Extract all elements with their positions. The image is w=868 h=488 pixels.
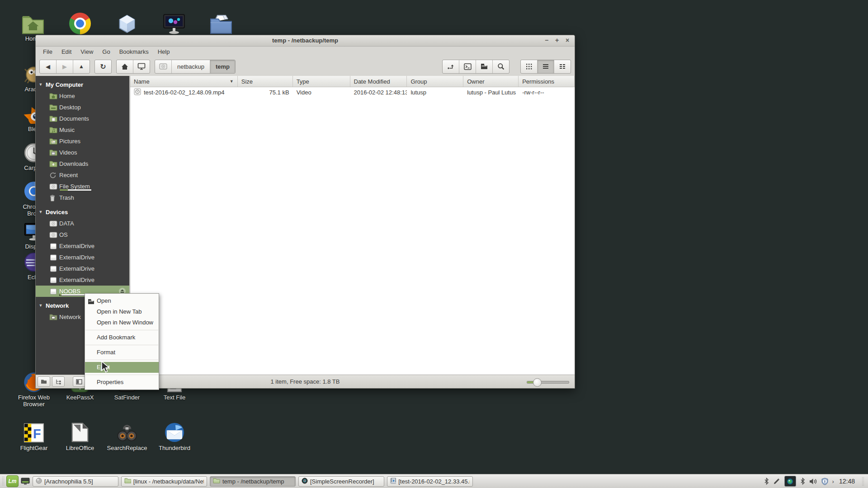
table-row[interactable]: test-2016-02-02_12.48.09.mp475.1 kBVideo…: [130, 87, 575, 97]
context-menu-item-open-in-new-window[interactable]: Open in New Window: [85, 317, 159, 328]
sidebar-item-file-system[interactable]: File System: [36, 181, 129, 192]
forward-button[interactable]: ▶: [57, 60, 73, 73]
sidebar-item-label: Recent: [59, 172, 78, 178]
desktop-icon-flightgear[interactable]: FFlightGear: [10, 419, 57, 451]
menu-file[interactable]: File: [38, 47, 57, 57]
sidebar-item-os[interactable]: OS: [36, 229, 129, 240]
bluetooth-icon[interactable]: [764, 478, 769, 485]
desktop-icon-chrome[interactable]: [57, 11, 104, 35]
taskbar-window-button[interactable]: [Arachnophilia 5.5]: [33, 476, 118, 487]
refresh-button[interactable]: ↻: [95, 60, 111, 73]
maximize-button[interactable]: +: [552, 36, 561, 45]
column-header-label: Type: [297, 78, 309, 85]
mint-menu-button[interactable]: Lm: [6, 475, 19, 487]
desktop-icon-libreoffice[interactable]: LibreOffice: [57, 419, 104, 451]
taskbar-window-button[interactable]: [SimpleScreenRecorder]: [298, 476, 384, 487]
desktop-button[interactable]: [133, 60, 150, 73]
column-header-group[interactable]: Group: [407, 76, 463, 87]
back-button[interactable]: ◀: [40, 60, 57, 73]
sidebar-section-devices[interactable]: ▼Devices: [36, 206, 129, 218]
sidebar-item-label: NOOBS: [59, 288, 80, 295]
close-button[interactable]: ×: [563, 36, 572, 45]
breadcrumb-temp[interactable]: temp: [210, 60, 235, 73]
sidebar-section-my-computer[interactable]: ▼My Computer: [36, 79, 129, 90]
context-menu-item-open-in-new-tab[interactable]: Open in New Tab: [85, 306, 159, 317]
context-menu-label: Format: [97, 349, 115, 356]
sidebar-item-recent[interactable]: Recent: [36, 169, 129, 181]
minimize-button[interactable]: −: [542, 36, 551, 45]
column-header-size[interactable]: Size: [238, 76, 293, 87]
menu-bookmarks[interactable]: Bookmarks: [115, 47, 153, 57]
video-file-icon: [134, 88, 141, 97]
sidebar-item-label: Pictures: [59, 138, 80, 145]
sidebar-item-documents[interactable]: Documents: [36, 113, 129, 124]
list-view-button[interactable]: [538, 60, 554, 73]
bluetooth-icon[interactable]: [800, 478, 805, 485]
file-list-area[interactable]: Name▼SizeTypeDate ModifiedGroupOwnerPerm…: [130, 76, 575, 375]
searchreplace-icon: [104, 419, 151, 443]
search-button[interactable]: [493, 60, 509, 73]
menu-help[interactable]: Help: [153, 47, 175, 57]
sidebar-item-videos[interactable]: Videos: [36, 147, 129, 158]
sb-extdrive-icon: [49, 243, 59, 249]
home-button[interactable]: [117, 60, 133, 73]
sidebar-item-externaldrive[interactable]: ExternalDrive: [36, 274, 129, 286]
show-desktop-icon[interactable]: [21, 478, 30, 485]
taskbar-window-button[interactable]: [test-2016-02-02_12.33.45.m...: [387, 476, 473, 487]
desktop-icon-searchreplace[interactable]: SearchReplace: [104, 419, 151, 451]
menu-edit[interactable]: Edit: [57, 47, 76, 57]
context-menu-item-properties[interactable]: Properties: [85, 377, 159, 388]
breadcrumb-device-button[interactable]: [155, 60, 172, 73]
open-terminal-button[interactable]: [459, 60, 476, 73]
desktop-icon-virtualbox[interactable]: [104, 11, 151, 35]
column-header-type[interactable]: Type: [293, 76, 350, 87]
tb-folder-icon: [213, 478, 220, 485]
menu-view[interactable]: View: [76, 47, 98, 57]
taskbar-window-button[interactable]: temp - /netbackup/temp: [210, 476, 296, 487]
context-menu-item-format[interactable]: Format: [85, 347, 159, 358]
desktop-icon-label: Firefox Web Browser: [10, 394, 57, 408]
sidebar-item-externaldrive[interactable]: ExternalDrive: [36, 263, 129, 274]
update-shield-icon[interactable]: [821, 478, 828, 485]
column-header-owner[interactable]: Owner: [463, 76, 519, 87]
sidebar-item-pictures[interactable]: Pictures: [36, 136, 129, 147]
context-menu-item-open[interactable]: Open: [85, 296, 159, 306]
context-menu-item-eject[interactable]: Eject: [85, 362, 159, 373]
sidebar-item-home[interactable]: Home: [36, 90, 129, 102]
panel-grip[interactable]: [2, 476, 5, 486]
volume-icon[interactable]: [809, 478, 817, 485]
column-header-permissions[interactable]: Permissions: [519, 76, 575, 87]
panel-grip[interactable]: [862, 477, 864, 486]
pen-icon[interactable]: [773, 478, 780, 485]
sidebar-item-data[interactable]: DATA: [36, 218, 129, 229]
up-button[interactable]: ▲: [73, 60, 90, 73]
breadcrumb-netbackup[interactable]: netbackup: [172, 60, 210, 73]
sidebar-item-desktop[interactable]: Desktop: [36, 102, 129, 113]
taskbar-window-button[interactable]: [linux - /netbackup/data/Net...: [121, 476, 207, 487]
sidebar-item-music[interactable]: Music: [36, 124, 129, 136]
sidebar-item-downloads[interactable]: Downloads: [36, 158, 129, 169]
menu-go[interactable]: Go: [98, 47, 114, 57]
sidebar-item-externaldrive[interactable]: ExternalDrive: [36, 240, 129, 252]
sb-extdrive-icon: [49, 288, 59, 295]
clock[interactable]: 12:48: [839, 478, 855, 485]
column-header-date-modified[interactable]: Date Modified: [350, 76, 407, 87]
compact-view-button[interactable]: [554, 60, 571, 73]
icon-view-button[interactable]: [521, 60, 538, 73]
desktop-icon-media-monitor[interactable]: [151, 11, 198, 35]
zoom-slider-knob[interactable]: [533, 378, 542, 387]
sb-drive-icon: [49, 232, 59, 238]
screen-recorder-tray-icon[interactable]: [784, 476, 796, 487]
location-entry-button[interactable]: [443, 60, 459, 73]
zoom-slider[interactable]: [527, 381, 569, 384]
context-menu-item-add-bookmark[interactable]: Add Bookmark: [85, 332, 159, 343]
desktop-icon-documents-folder[interactable]: [198, 11, 245, 35]
window-titlebar[interactable]: temp - /netbackup/temp − + ×: [36, 35, 575, 47]
tray-expander-chevron[interactable]: ›: [832, 478, 834, 485]
desktop-icon-thunderbird[interactable]: Thunderbird: [151, 419, 198, 451]
sidebar-item-externaldrive[interactable]: ExternalDrive: [36, 252, 129, 263]
column-header-name[interactable]: Name▼: [130, 76, 238, 87]
new-folder-button[interactable]: [476, 60, 493, 73]
documents-folder-icon: [198, 11, 245, 34]
sidebar-item-trash[interactable]: Trash: [36, 192, 129, 203]
